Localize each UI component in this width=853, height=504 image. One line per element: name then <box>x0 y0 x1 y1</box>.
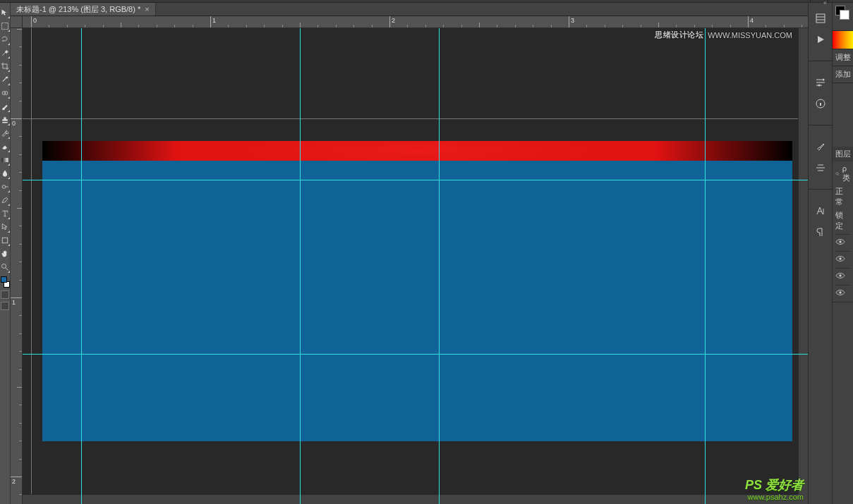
zoom-tool[interactable] <box>1 260 10 273</box>
eraser-tool[interactable] <box>1 140 10 153</box>
eyedropper-tool[interactable] <box>1 73 10 86</box>
layer-row[interactable] <box>835 251 850 265</box>
guide-vertical[interactable] <box>439 28 440 504</box>
watermark-top: 思绪设计论坛 WWW.MISSYUAN.COM <box>655 30 792 40</box>
layer-row[interactable] <box>835 268 850 282</box>
origin-extent-v <box>31 28 32 504</box>
move-tool[interactable] <box>1 6 10 19</box>
lasso-tool[interactable] <box>1 32 10 46</box>
pen-tool[interactable] <box>1 193 10 207</box>
hand-tool[interactable] <box>1 247 10 260</box>
brush-panel-icon[interactable] <box>813 140 828 154</box>
layer-filter-kind[interactable]: ρ 类 <box>842 164 850 183</box>
history-panel-icon[interactable] <box>813 11 828 25</box>
search-icon <box>835 170 840 178</box>
vertical-ruler[interactable]: 012 <box>11 28 23 504</box>
ruler-origin-box[interactable] <box>11 16 23 28</box>
guide-horizontal[interactable] <box>23 354 808 355</box>
fg-color-swatch[interactable] <box>1 276 7 283</box>
svg-point-6 <box>2 264 6 268</box>
adjustments-label[interactable]: 调整 <box>833 49 853 66</box>
paragraph-panel-icon[interactable] <box>813 225 828 239</box>
document-tab-title: 未标题-1 @ 213% (图层 3, RGB/8) * <box>16 4 140 15</box>
svg-point-8 <box>822 79 824 81</box>
svg-point-9 <box>818 85 820 87</box>
type-tool[interactable] <box>1 207 10 220</box>
right-panels: 调整 添加 图层 ρ 类 正常 锁定 <box>832 3 853 504</box>
panel-collapse-bar[interactable]: « <box>0 0 853 3</box>
canvas[interactable]: 思绪设计论坛 WWW.MISSYUAN.COM PS 爱好者 www.psahz… <box>23 28 808 504</box>
blue-rectangle <box>42 161 792 441</box>
visibility-icon[interactable] <box>835 272 845 279</box>
collapse-chevrons-icon: « <box>823 0 825 6</box>
layers-panel: 图层 ρ 类 正常 锁定 <box>833 147 853 302</box>
history-brush-tool[interactable] <box>1 126 10 140</box>
collapsed-panel-strip <box>808 3 832 504</box>
visibility-icon[interactable] <box>835 289 845 296</box>
quickmask-toggle[interactable] <box>1 290 9 299</box>
info-panel-icon[interactable] <box>813 97 828 111</box>
svg-rect-0 <box>2 23 8 29</box>
guide-vertical[interactable] <box>81 28 82 504</box>
document-tab[interactable]: 未标题-1 @ 213% (图层 3, RGB/8) * × <box>11 3 156 16</box>
path-select-tool[interactable] <box>1 220 10 233</box>
lock-row-label: 锁定 <box>835 210 850 231</box>
red-gradient-bar <box>42 141 792 161</box>
dodge-tool[interactable] <box>1 180 10 193</box>
svg-rect-3 <box>2 158 8 162</box>
visibility-icon[interactable] <box>835 255 845 262</box>
visibility-icon[interactable] <box>835 238 845 245</box>
svg-point-15 <box>839 291 842 294</box>
close-icon[interactable]: × <box>145 5 149 13</box>
guide-vertical[interactable] <box>300 28 301 504</box>
guide-horizontal[interactable] <box>23 180 808 180</box>
svg-point-13 <box>839 257 842 260</box>
svg-point-1 <box>2 40 4 42</box>
svg-rect-7 <box>816 14 825 23</box>
layers-tab[interactable]: 图层 <box>833 147 853 161</box>
swatches-strip[interactable] <box>833 31 853 49</box>
document-tabbar: 未标题-1 @ 213% (图层 3, RGB/8) * × <box>11 3 808 16</box>
svg-rect-5 <box>2 238 8 243</box>
blur-tool[interactable] <box>1 166 10 180</box>
white-swatch-icon <box>840 10 849 20</box>
color-swatches[interactable] <box>1 276 10 288</box>
wand-tool[interactable] <box>1 46 10 59</box>
vertical-scrollbar[interactable] <box>798 28 808 494</box>
crop-tool[interactable] <box>1 59 10 73</box>
artwork <box>42 141 792 465</box>
guide-vertical[interactable] <box>705 28 706 504</box>
watermark-bottom: PS 爱好者 www.psahz.com <box>745 479 804 501</box>
origin-extent-h <box>23 118 808 119</box>
screenmode-toggle[interactable] <box>1 302 9 310</box>
layer-row[interactable] <box>835 285 850 299</box>
svg-point-12 <box>839 240 842 243</box>
character-panel-icon[interactable] <box>813 204 828 218</box>
document-area: 未标题-1 @ 213% (图层 3, RGB/8) * × 01234 012 <box>11 3 808 504</box>
brush-tool[interactable] <box>1 99 10 113</box>
svg-point-14 <box>839 274 842 277</box>
play-panel-icon[interactable] <box>813 32 828 47</box>
svg-point-11 <box>836 172 838 174</box>
align-panel-icon[interactable] <box>813 161 828 175</box>
marquee-tool[interactable] <box>1 19 10 32</box>
stamp-tool[interactable] <box>1 113 10 126</box>
tools-toolbar <box>0 3 11 504</box>
layer-row[interactable] <box>835 234 850 248</box>
gradient-tool[interactable] <box>1 153 10 166</box>
properties-panel-icon[interactable] <box>813 75 828 90</box>
svg-point-4 <box>2 185 6 188</box>
horizontal-ruler[interactable]: 01234 <box>23 16 808 28</box>
add-label[interactable]: 添加 <box>833 66 853 83</box>
blend-mode-select[interactable]: 正常 <box>835 186 850 207</box>
horizontal-scrollbar[interactable] <box>23 494 798 504</box>
color-panel[interactable] <box>833 3 853 31</box>
heal-tool[interactable] <box>1 86 10 99</box>
shape-tool[interactable] <box>1 233 10 247</box>
